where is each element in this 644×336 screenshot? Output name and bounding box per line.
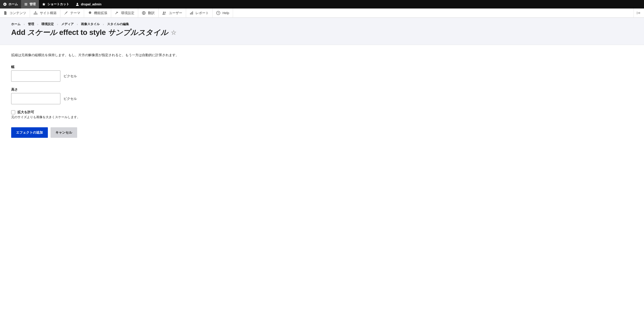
svg-rect-9 — [190, 13, 191, 15]
toolbar-user[interactable]: drupal_admin — [72, 0, 105, 9]
submit-button[interactable]: エフェクトの追加 — [11, 127, 48, 138]
admin-menu-translate[interactable]: 翻訳 — [138, 9, 158, 18]
upscale-checkbox[interactable] — [11, 110, 15, 114]
admin-menu: コンテンツ サイト構築 テーマ 機能拡張 環境設定 翻訳 ユーザー — [0, 9, 644, 18]
region-header: ホーム › 管理 › 環境設定 › メディア › 画像スタイル › スタイルの編… — [0, 18, 644, 45]
admin-menu-content[interactable]: コンテンツ — [0, 9, 30, 18]
breadcrumb-item[interactable]: スタイルの編集 — [107, 22, 129, 26]
breadcrumb-separator: › — [77, 23, 78, 26]
user-icon — [76, 3, 79, 6]
breadcrumb-item[interactable]: ホーム — [11, 22, 20, 26]
height-label: 高さ — [11, 88, 633, 92]
toolbar-manage[interactable]: 管理 — [21, 0, 39, 9]
svg-point-0 — [3, 3, 6, 6]
title-italic: スケール — [27, 28, 57, 37]
svg-rect-11 — [192, 12, 193, 15]
wrench-icon — [115, 11, 119, 15]
paintbrush-icon — [64, 11, 68, 15]
toolbar-top: ホーム 管理 ショートカット drupal_admin — [0, 0, 644, 9]
width-label: 幅 — [11, 65, 633, 69]
width-input[interactable] — [11, 71, 60, 82]
admin-menu-label: サイト構築 — [40, 11, 56, 15]
form-item-upscale: 拡大を許可 元のサイズよりも画像を大きくスケールします。 — [11, 110, 633, 119]
svg-point-8 — [165, 12, 166, 13]
form-actions: エフェクトの追加 キャンセル — [11, 127, 633, 138]
breadcrumb-separator: › — [57, 23, 58, 26]
admin-menu-reports[interactable]: レポート — [186, 9, 213, 18]
hamburger-icon — [24, 3, 28, 6]
height-input[interactable] — [11, 93, 60, 104]
toolbar-manage-label: 管理 — [30, 2, 36, 6]
breadcrumb-separator: › — [37, 23, 38, 26]
toolbar-shortcuts[interactable]: ショートカット — [39, 0, 72, 9]
form-description: 拡縮は元画像の縦横比を保持します。もし、片方の解像度が指定されると、もう一方は自… — [11, 53, 633, 57]
back-icon — [3, 3, 7, 6]
content-region: 拡縮は元画像の縦横比を保持します。もし、片方の解像度が指定されると、もう一方は自… — [0, 45, 644, 146]
favorite-star-icon[interactable]: ☆ — [171, 29, 176, 36]
upscale-description: 元のサイズよりも画像を大きくスケールします。 — [11, 115, 633, 119]
breadcrumb-item[interactable]: 画像スタイル — [81, 22, 100, 26]
collapse-icon — [637, 12, 641, 15]
breadcrumb-separator: › — [103, 23, 104, 26]
svg-text:?: ? — [218, 12, 219, 14]
admin-menu-config[interactable]: 環境設定 — [111, 9, 138, 18]
svg-point-1 — [77, 3, 78, 4]
users-icon — [162, 11, 166, 15]
svg-rect-3 — [34, 14, 35, 15]
sitemap-icon — [34, 11, 38, 15]
admin-menu-label: 機能拡張 — [94, 11, 107, 15]
title-part: effect to style — [57, 28, 108, 37]
svg-rect-5 — [36, 14, 37, 15]
admin-menu-extend[interactable]: 機能拡張 — [84, 9, 111, 18]
breadcrumb-item[interactable]: 管理 — [28, 22, 34, 26]
svg-rect-2 — [35, 12, 36, 12]
admin-menu-label: 環境設定 — [121, 11, 134, 15]
page-title: Add スケール effect to style サンプルスタイル ☆ — [11, 28, 633, 38]
height-suffix: ピクセル — [64, 97, 77, 101]
svg-rect-4 — [35, 14, 36, 15]
star-icon — [42, 3, 46, 6]
breadcrumb: ホーム › 管理 › 環境設定 › メディア › 画像スタイル › スタイルの編… — [11, 22, 633, 26]
title-italic: サンプルスタイル — [108, 28, 168, 37]
file-icon — [4, 11, 7, 15]
admin-menu-label: テーマ — [70, 11, 80, 15]
help-icon: ? — [216, 11, 220, 15]
puzzle-icon — [88, 11, 92, 15]
admin-menu-label: レポート — [196, 11, 209, 15]
admin-menu-label: ユーザー — [169, 11, 182, 15]
toolbar-back-label: ホーム — [8, 2, 18, 6]
width-suffix: ピクセル — [64, 74, 77, 78]
chart-icon — [190, 11, 193, 15]
upscale-label[interactable]: 拡大を許可 — [18, 110, 34, 114]
toolbar-back-home[interactable]: ホーム — [0, 0, 21, 9]
breadcrumb-item[interactable]: 環境設定 — [41, 22, 54, 26]
admin-menu-collapse[interactable] — [634, 9, 644, 18]
svg-rect-10 — [191, 12, 192, 15]
title-part: Add — [11, 28, 27, 37]
admin-menu-label: Help — [222, 11, 229, 15]
breadcrumb-separator: › — [24, 23, 25, 26]
admin-menu-label: 翻訳 — [148, 11, 155, 15]
toolbar-user-label: drupal_admin — [81, 3, 102, 6]
admin-menu-help[interactable]: ? Help — [213, 9, 233, 18]
admin-menu-appearance[interactable]: テーマ — [60, 9, 84, 18]
admin-menu-people[interactable]: ユーザー — [158, 9, 186, 18]
cancel-button[interactable]: キャンセル — [50, 127, 77, 138]
admin-menu-structure[interactable]: サイト構築 — [30, 9, 60, 18]
toolbar-shortcuts-label: ショートカット — [48, 2, 69, 6]
form-item-width: 幅 ピクセル — [11, 65, 633, 82]
admin-menu-label: コンテンツ — [10, 11, 26, 15]
svg-point-7 — [163, 12, 164, 13]
breadcrumb-item[interactable]: メディア — [61, 22, 74, 26]
form-item-height: 高さ ピクセル — [11, 88, 633, 104]
globe-icon — [142, 11, 146, 15]
